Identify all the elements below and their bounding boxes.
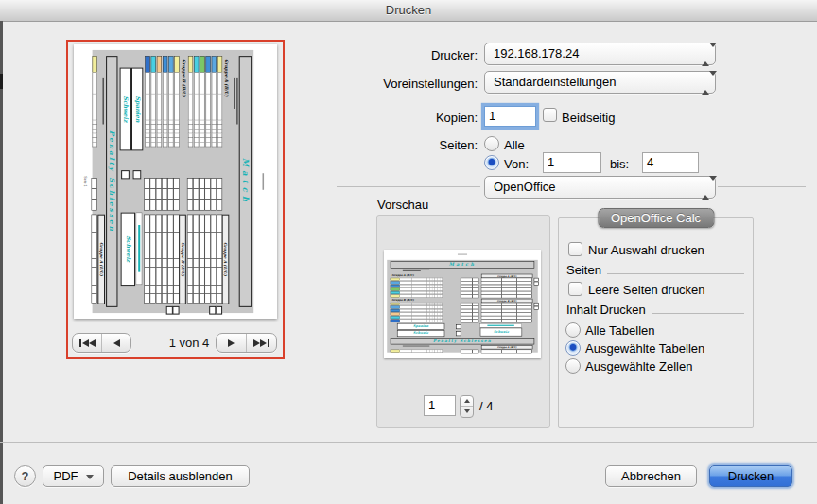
pages-to-input[interactable]: 4 xyxy=(642,152,699,173)
pdf-menu-button[interactable]: PDF xyxy=(43,465,104,487)
pages-to-label: bis: xyxy=(610,157,629,171)
page-nav-forward-group xyxy=(216,333,277,353)
preview-table-row xyxy=(163,56,167,147)
cancel-button[interactable]: Abbrechen xyxy=(605,465,697,487)
duplex-checkbox[interactable] xyxy=(543,108,557,122)
popup-arrows-icon xyxy=(702,47,709,61)
preview-group-label: Gruppe B (B/U) xyxy=(182,59,186,97)
preview-group-header: Gruppe B (B/U) xyxy=(179,215,186,304)
pages-all-label: Alle xyxy=(504,138,525,152)
preview-table-row xyxy=(391,320,443,322)
content-group: Inhalt Drucken xyxy=(566,303,744,317)
presets-label: Voreinstellungen: xyxy=(279,77,478,91)
app-section-popup[interactable]: OpenOffice xyxy=(484,176,716,199)
prev-arrow-icon xyxy=(113,339,120,347)
presets-popup[interactable]: Standardeinstellungen xyxy=(484,71,716,94)
vorschau-page-stepper[interactable] xyxy=(460,395,474,418)
preview-grid xyxy=(92,215,97,304)
duplex-label: Beidseitig xyxy=(562,111,615,125)
copies-label: Kopien: xyxy=(279,111,478,125)
preview-table-row xyxy=(93,56,97,147)
app-section-popup-value: OpenOffice xyxy=(494,177,556,197)
selected-tables-label: Ausgewählte Tabellen xyxy=(585,341,704,356)
last-page-button[interactable] xyxy=(246,334,276,352)
preview-grid xyxy=(481,350,532,354)
preview-grid xyxy=(187,215,193,304)
next-page-button[interactable] xyxy=(217,334,246,352)
preview-table-row xyxy=(206,56,211,147)
all-tables-label: Alle Tabellen xyxy=(585,323,654,338)
skip-start-icon xyxy=(79,339,81,347)
preview-team-spanien: Spanien xyxy=(131,68,143,151)
preview-table-row xyxy=(391,305,443,308)
preview-table-row xyxy=(391,309,443,312)
preview-grid xyxy=(92,178,97,210)
next-arrow-icon xyxy=(228,339,235,347)
preview-title-penalty: Penalty Schiessen xyxy=(106,56,117,307)
print-empty-pages-checkbox[interactable] xyxy=(568,282,582,296)
preview-grid xyxy=(217,178,222,210)
group-divider-line xyxy=(652,313,744,314)
preview-team-schweiz: Schweiz xyxy=(120,68,131,151)
all-tables-radio[interactable] xyxy=(565,322,581,338)
pages-range-radio[interactable] xyxy=(484,155,499,170)
calc-options-panel: OpenOffice Calc Nur Auswahl drucken Seit… xyxy=(558,217,754,428)
print-button[interactable]: Drucken xyxy=(709,465,792,487)
vorschau-page-input[interactable]: 1 xyxy=(424,395,456,416)
section-separator-left xyxy=(337,186,480,187)
window-title: Drucken xyxy=(386,3,431,17)
preview-title-match: Match xyxy=(391,261,534,269)
help-button[interactable]: ? xyxy=(14,465,36,487)
selected-tables-radio[interactable] xyxy=(565,340,581,356)
selected-cells-label: Ausgewählte Zellen xyxy=(585,359,692,374)
stepper-down-button[interactable] xyxy=(461,406,473,416)
preview-grid xyxy=(461,350,479,354)
pdf-dropdown-arrow-icon xyxy=(86,475,94,479)
preview-grid xyxy=(461,295,479,299)
stepper-down-icon xyxy=(464,409,470,413)
pages-all-radio[interactable] xyxy=(484,136,499,151)
previous-page-button[interactable] xyxy=(101,334,130,352)
first-page-button[interactable] xyxy=(73,334,101,352)
preview-group-label: Gruppe A (B/U) xyxy=(224,59,229,96)
stepper-up-icon xyxy=(464,399,470,403)
popup-arrows-icon xyxy=(702,181,709,194)
printer-popup[interactable]: 192.168.178.24 xyxy=(484,43,716,65)
pdf-button-label: PDF xyxy=(54,469,78,483)
print-empty-pages-label: Leere Seiten drucken xyxy=(588,283,705,297)
preview-table-row xyxy=(194,56,199,147)
print-selection-checkbox[interactable] xyxy=(568,242,582,256)
footer-separator xyxy=(0,442,817,443)
preview-grid xyxy=(481,320,532,323)
pages-from-input[interactable]: 1 xyxy=(543,152,601,173)
print-preview-page: Match Gruppe A (B/U) Gruppe A (B/U) Grup… xyxy=(384,251,541,358)
preview-page-footer: Seite 1 xyxy=(84,44,88,319)
preview-grid xyxy=(193,215,199,304)
window-titlebar: Drucken xyxy=(0,0,817,22)
preview-table-row xyxy=(391,313,443,316)
skip-end-icon xyxy=(253,339,260,347)
selected-cells-radio[interactable] xyxy=(565,358,581,374)
preview-header-text xyxy=(263,173,265,190)
background-window-mark xyxy=(0,74,3,89)
preview-table-row xyxy=(391,303,443,305)
preview-grid xyxy=(187,178,193,210)
preview-table-row xyxy=(212,56,217,147)
preview-table-row xyxy=(391,281,443,284)
pages-group-label: Seiten xyxy=(566,263,601,277)
preview-team-schweiz-right: Schweiz xyxy=(480,328,522,337)
preview-grid xyxy=(173,178,179,210)
copies-input[interactable]: 1 xyxy=(484,106,536,127)
preview-group-header: Gruppe A (B/U) xyxy=(222,215,230,304)
preview-paper-large: Match Gruppe A (B/U) Gruppe A (B/U) Grup… xyxy=(74,44,277,319)
preview-small-heading xyxy=(136,213,143,286)
preview-team-spanien: Spanien xyxy=(397,323,444,330)
stepper-up-button[interactable] xyxy=(461,396,473,406)
preview-grid xyxy=(156,178,162,210)
preview-grid xyxy=(162,178,167,210)
preview-team-schweiz: Schweiz xyxy=(397,330,444,337)
popup-arrows-icon xyxy=(702,76,709,89)
hide-details-button[interactable]: Details ausblenden xyxy=(111,465,250,487)
preview-table-row xyxy=(391,295,443,298)
preview-grid xyxy=(150,215,156,304)
